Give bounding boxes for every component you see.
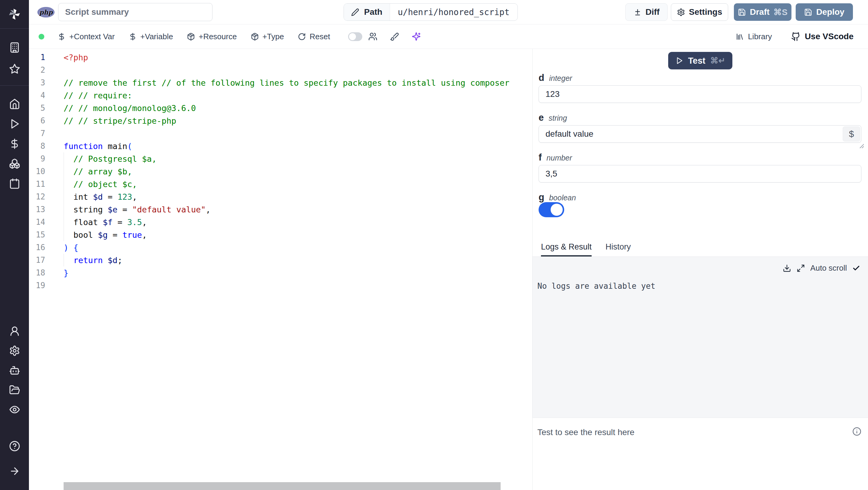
assistant-toggle[interactable] — [348, 32, 362, 41]
code-text: // // require: — [45, 91, 132, 100]
code-line[interactable]: 2 — [29, 64, 532, 76]
add-context-var-button[interactable]: +Context Var — [58, 32, 115, 41]
line-number: 5 — [29, 104, 45, 113]
sidebar — [0, 0, 29, 490]
audit-eye-icon[interactable] — [9, 404, 20, 415]
field-f-input[interactable] — [538, 165, 861, 182]
status-dot — [38, 34, 44, 39]
code-text: // // monolog/monolog@3.6.0 — [45, 104, 196, 113]
add-variable-button[interactable]: +Variable — [129, 32, 173, 41]
indent-guide — [64, 254, 64, 266]
indent-guide — [64, 165, 64, 178]
expand-sidebar-arrow-icon[interactable] — [9, 466, 20, 477]
code-line[interactable]: 8function main( — [29, 140, 532, 152]
variables-dollar-icon[interactable] — [9, 138, 20, 149]
workers-robot-icon[interactable] — [9, 365, 20, 376]
add-resource-button[interactable]: +Resource — [187, 32, 237, 41]
field-e-input[interactable] — [538, 125, 861, 143]
code-line[interactable]: 5// // monolog/monolog@3.6.0 — [29, 102, 532, 114]
vscode-github-icon — [791, 32, 801, 41]
code-line[interactable]: 15 bool $g = true, — [29, 228, 532, 241]
result-placeholder: Test to see the result here — [537, 428, 634, 437]
code-line[interactable]: 9 // Postgresql $a, — [29, 152, 532, 165]
code-line[interactable]: 6// // stripe/stripe-php — [29, 114, 532, 127]
code-area[interactable]: 1<?php23// remove the first // of the fo… — [29, 51, 532, 292]
line-number: 2 — [29, 65, 45, 75]
code-line[interactable]: 13 string $e = "default value", — [29, 203, 532, 216]
code-text: int $d = 123, — [45, 192, 137, 202]
save-draft-button[interactable]: Draft ⌘S — [734, 3, 792, 21]
code-line[interactable]: 18} — [29, 266, 532, 279]
indent-guide — [64, 178, 64, 191]
code-line[interactable]: 19 — [29, 279, 532, 292]
reset-button[interactable]: Reset — [298, 32, 330, 41]
path-widget[interactable]: Path u/henri/honored_script — [344, 3, 518, 21]
test-button[interactable]: Test ⌘↵ — [668, 52, 733, 69]
line-number: 6 — [29, 116, 45, 125]
code-line[interactable]: 10 // array $b, — [29, 165, 532, 178]
field-d-type: integer — [549, 74, 572, 83]
auto-scroll-label[interactable]: Auto scroll — [810, 263, 847, 273]
diff-button[interactable]: Diff — [625, 3, 668, 21]
dollar-icon — [129, 33, 137, 41]
code-line[interactable]: 4// // require: — [29, 89, 532, 102]
library-button[interactable]: Library — [736, 32, 772, 41]
settings-label: Settings — [689, 7, 722, 17]
field-f-type: number — [547, 153, 572, 162]
field-d-input[interactable] — [538, 85, 861, 103]
auto-scroll-check-icon[interactable] — [852, 264, 860, 272]
code-line[interactable]: 3// remove the first // of the following… — [29, 76, 532, 89]
code-editor[interactable]: 1<?php23// remove the first // of the fo… — [29, 49, 532, 490]
field-g-toggle[interactable] — [538, 202, 564, 217]
favorites-star-icon[interactable] — [9, 63, 20, 75]
ai-sparkles-icon[interactable] — [412, 32, 421, 41]
resources-boxes-icon[interactable] — [9, 158, 20, 169]
expand-logs-icon[interactable] — [797, 264, 805, 272]
deploy-button[interactable]: Deploy — [796, 3, 853, 21]
dollar-icon — [58, 33, 66, 41]
use-vscode-button[interactable]: Use VScode — [791, 32, 854, 41]
save-icon — [738, 8, 746, 16]
workspace-building-icon[interactable] — [9, 42, 20, 53]
home-icon[interactable] — [9, 98, 20, 110]
code-line[interactable]: 12 int $d = 123, — [29, 191, 532, 203]
field-e-name: e — [538, 112, 544, 123]
help-icon[interactable] — [9, 440, 20, 452]
settings-button[interactable]: Settings — [671, 3, 728, 21]
code-text: } — [45, 268, 68, 278]
code-text: function main( — [45, 142, 132, 151]
runs-play-icon[interactable] — [9, 118, 20, 129]
code-text: // // stripe/stripe-php — [45, 116, 176, 125]
line-number: 16 — [29, 243, 45, 252]
info-icon[interactable] — [852, 427, 861, 436]
tab-history[interactable]: History — [606, 242, 631, 256]
schedules-calendar-icon[interactable] — [9, 178, 20, 189]
code-line[interactable]: 7 — [29, 127, 532, 140]
insert-variable-dollar-button[interactable]: $ — [843, 126, 860, 142]
code-line[interactable]: 1<?php — [29, 51, 532, 64]
line-number: 12 — [29, 192, 45, 201]
add-type-button[interactable]: +Type — [251, 32, 284, 41]
windmill-logo[interactable] — [0, 0, 29, 29]
line-number: 15 — [29, 230, 45, 239]
format-brush-icon[interactable] — [390, 32, 399, 41]
code-line[interactable]: 17 return $d; — [29, 254, 532, 266]
horizontal-scrollbar[interactable] — [64, 482, 501, 490]
download-logs-icon[interactable] — [783, 264, 791, 272]
tab-logs-result[interactable]: Logs & Result — [541, 242, 592, 256]
toggle-knob — [349, 33, 356, 40]
folders-icon[interactable] — [9, 384, 20, 396]
script-summary-input[interactable] — [58, 3, 213, 21]
code-line[interactable]: 14 float $f = 3.5, — [29, 216, 532, 228]
indent-guide — [64, 228, 64, 241]
collaborators-users-icon[interactable] — [368, 32, 377, 41]
code-line[interactable]: 16) { — [29, 241, 532, 254]
settings-gear-icon[interactable] — [9, 345, 20, 356]
test-label: Test — [688, 56, 705, 66]
resize-grip[interactable] — [859, 143, 864, 148]
content-row: 1<?php23// remove the first // of the fo… — [29, 49, 868, 490]
code-line[interactable]: 11 // object $c, — [29, 178, 532, 191]
line-number: 4 — [29, 91, 45, 100]
pencil-icon — [351, 8, 359, 16]
user-icon[interactable] — [9, 325, 20, 337]
